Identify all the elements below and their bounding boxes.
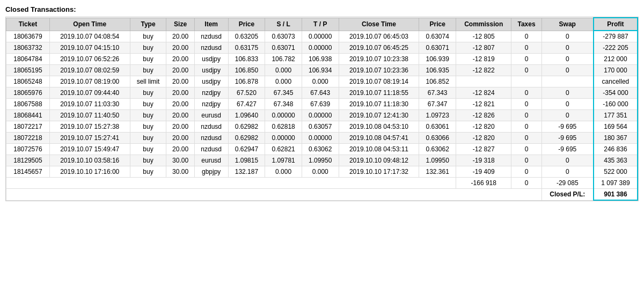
table-cell: 106.782 — [265, 54, 302, 65]
table-cell: 0 — [511, 133, 541, 144]
table-cell: 67.520 — [228, 87, 265, 99]
table-cell: 0 — [541, 42, 594, 54]
table-cell: 2019.10.07 11:03:30 — [49, 99, 130, 110]
table-cell: 0.00000 — [302, 42, 339, 54]
table-cell: 0.00000 — [302, 133, 339, 144]
col-taxes: Taxes — [511, 18, 541, 31]
table-cell: 1.09781 — [265, 155, 302, 166]
table-cell: -9 695 — [541, 133, 594, 144]
table-cell: 18072576 — [6, 144, 50, 155]
table-cell: 18063732 — [6, 42, 50, 54]
transactions-table-wrapper: Ticket Open Time Type Size Item Price S … — [5, 17, 639, 201]
totals-swap: -29 085 — [541, 178, 594, 189]
table-cell: 20.00 — [166, 65, 194, 76]
table-cell: 0 — [541, 99, 594, 110]
table-cell: 170 000 — [594, 65, 638, 76]
col-open-time: Open Time — [49, 18, 130, 31]
table-cell: 0.63071 — [265, 42, 302, 54]
col-item: Item — [194, 18, 228, 31]
table-cell — [541, 76, 594, 87]
table-cell: 18072218 — [6, 133, 50, 144]
table-cell: 18145657 — [6, 166, 50, 178]
table-cell: 20.00 — [166, 76, 194, 87]
table-cell: -160 000 — [594, 99, 638, 110]
table-cell: usdjpy — [194, 76, 228, 87]
table-cell: 0 — [541, 31, 594, 42]
table-cell: 20.00 — [166, 87, 194, 99]
table-cell: 0.63057 — [302, 121, 339, 133]
table-cell: 435 363 — [594, 155, 638, 166]
table-cell: buy — [130, 65, 166, 76]
table-cell: eurusd — [194, 110, 228, 121]
table-cell: buy — [130, 31, 166, 42]
table-cell: 2019.10.07 11:18:55 — [339, 87, 419, 99]
table-row: 180652482019.10.07 08:19:00sell limit20.… — [6, 76, 638, 87]
table-cell: 1.09950 — [302, 155, 339, 166]
header-row: Ticket Open Time Type Size Item Price S … — [6, 18, 638, 31]
table-cell: usdjpy — [194, 65, 228, 76]
table-cell: 0 — [511, 31, 541, 42]
table-cell: 18064784 — [6, 54, 50, 65]
table-cell: 67.347 — [419, 99, 456, 110]
table-cell: 2019.10.10 17:17:32 — [339, 166, 419, 178]
table-cell: 0.63066 — [419, 133, 456, 144]
table-row: 181456572019.10.10 17:16:00buy30.00gbpjp… — [6, 166, 638, 178]
table-cell: 20.00 — [166, 121, 194, 133]
table-cell: 18065195 — [6, 65, 50, 76]
table-cell: 2019.10.07 04:15:10 — [49, 42, 130, 54]
col-price-open: Price — [228, 18, 265, 31]
table-cell: 212 000 — [594, 54, 638, 65]
col-swap: Swap — [541, 18, 594, 31]
table-cell: 106.850 — [228, 65, 265, 76]
table-cell: 0.000 — [265, 76, 302, 87]
table-row: 180647842019.10.07 06:52:26buy20.00usdjp… — [6, 54, 638, 65]
table-cell: 2019.10.10 17:16:00 — [49, 166, 130, 178]
table-cell: 67.343 — [419, 87, 456, 99]
table-cell: -12 821 — [456, 99, 511, 110]
table-cell: 2019.10.10 03:58:16 — [49, 155, 130, 166]
table-cell: 0 — [541, 65, 594, 76]
table-cell: nzdjpy — [194, 99, 228, 110]
table-cell: 18065248 — [6, 76, 50, 87]
table-cell: 0.00000 — [302, 110, 339, 121]
table-cell: 0.00000 — [265, 110, 302, 121]
table-cell: 0 — [541, 87, 594, 99]
table-cell: 106.935 — [419, 65, 456, 76]
table-cell: gbpjpy — [194, 166, 228, 178]
table-cell: 180 367 — [594, 133, 638, 144]
closed-pl-empty — [6, 189, 542, 201]
table-cell: 20.00 — [166, 54, 194, 65]
table-cell: 2019.10.07 08:19:14 — [339, 76, 419, 87]
table-cell: 0 — [511, 42, 541, 54]
table-cell: nzdusd — [194, 42, 228, 54]
table-cell: 2019.10.07 09:44:40 — [49, 87, 130, 99]
table-cell: -12 805 — [456, 31, 511, 42]
table-cell: 1.09723 — [419, 110, 456, 121]
col-type: Type — [130, 18, 166, 31]
table-cell: 20.00 — [166, 133, 194, 144]
table-row: 180659762019.10.07 09:44:40buy20.00nzdjp… — [6, 87, 638, 99]
table-cell: 0.63062 — [302, 144, 339, 155]
totals-row: -166 918 0 -29 085 1 097 389 — [6, 178, 638, 189]
table-cell: buy — [130, 54, 166, 65]
table-cell: 2019.10.07 08:19:00 — [49, 76, 130, 87]
table-cell: 2019.10.07 11:40:50 — [49, 110, 130, 121]
table-cell: 0.62982 — [228, 133, 265, 144]
col-commission: Commission — [456, 18, 511, 31]
table-cell: 67.348 — [265, 99, 302, 110]
table-cell: 177 351 — [594, 110, 638, 121]
table-cell: buy — [130, 155, 166, 166]
table-row: 180722182019.10.07 15:27:41buy20.00nzdus… — [6, 133, 638, 144]
table-cell: 18068441 — [6, 110, 50, 121]
table-cell: 106.852 — [419, 76, 456, 87]
table-cell: buy — [130, 166, 166, 178]
table-cell: 0 — [511, 144, 541, 155]
table-cell: 0.62818 — [265, 121, 302, 133]
table-cell: 0.000 — [265, 65, 302, 76]
table-cell: 522 000 — [594, 166, 638, 178]
table-cell — [456, 76, 511, 87]
table-cell: 2019.10.08 04:57:41 — [339, 133, 419, 144]
table-cell: 0.000 — [302, 166, 339, 178]
table-cell: 20.00 — [166, 42, 194, 54]
table-cell: 67.639 — [302, 99, 339, 110]
